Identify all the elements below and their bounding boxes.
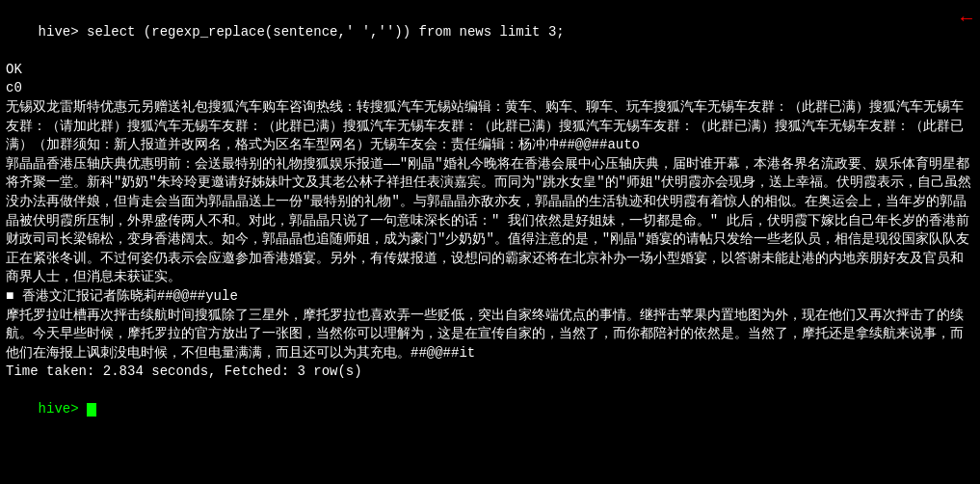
cursor-blink bbox=[87, 403, 96, 417]
col-header: c0 bbox=[6, 79, 974, 98]
terminal-window: ← hive> select (regexp_replace(sentence,… bbox=[0, 0, 980, 484]
command-line: hive> select (regexp_replace(sentence,' … bbox=[6, 4, 974, 61]
result-row-2: 郭晶晶香港压轴庆典优惠明前：会送最特别的礼物搜狐娱乐报道——"刚晶"婚礼今晚将在… bbox=[6, 155, 974, 287]
final-prompt-line: hive> bbox=[6, 382, 974, 439]
marker-line: ■ 香港文汇报记者陈晓莉##@@##yule bbox=[6, 287, 974, 307]
result-row-3: 摩托罗拉吐槽再次抨击续航时间搜狐除了三星外，摩托罗拉也喜欢弄一些贬低，突出自家终… bbox=[6, 307, 974, 363]
result-row-1: 无锡双龙雷斯特优惠元另赠送礼包搜狐汽车购车咨询热线：转搜狐汽车无锡站编辑：黄车、… bbox=[6, 98, 974, 155]
hive-prompt: hive> bbox=[39, 24, 87, 40]
hive-prompt-final: hive> bbox=[39, 401, 87, 417]
command-text: select (regexp_replace(sentence,' ',''))… bbox=[87, 24, 565, 40]
ok-line: OK bbox=[6, 61, 974, 80]
time-taken-line: Time taken: 2.834 seconds, Fetched: 3 ro… bbox=[6, 363, 974, 382]
arrow-indicator: ← bbox=[961, 6, 972, 33]
